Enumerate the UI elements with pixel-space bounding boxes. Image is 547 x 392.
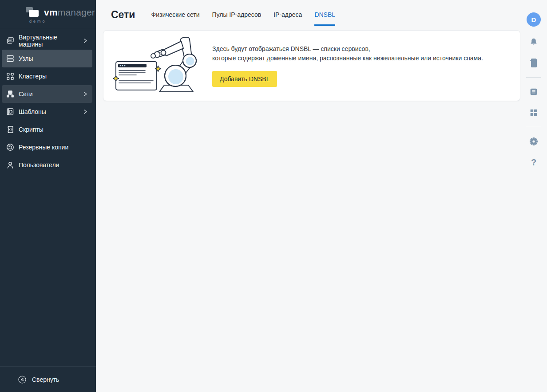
tab-ip-addresses[interactable]: IP-адреса xyxy=(274,11,302,26)
sidebar-item-label: Шаблоны xyxy=(19,108,46,115)
app-logo-subtitle: demo xyxy=(29,19,96,24)
help-icon[interactable]: ? xyxy=(528,157,539,168)
collapse-sidebar-button[interactable]: Свернуть xyxy=(0,366,96,392)
collapse-label: Свернуть xyxy=(32,376,59,383)
right-toolbar: D ? xyxy=(520,0,547,392)
tab-bar: Физические сети Пулы IP-адресов IP-адрес… xyxy=(151,8,336,26)
sidebar-item-label: Пользователи xyxy=(19,161,59,169)
sidebar-item-label: Резервные копии xyxy=(19,144,68,151)
page-title: Сети xyxy=(111,9,135,21)
sidebar-item-backups[interactable]: Резервные копии xyxy=(2,138,92,156)
sidebar-item-label: Скрипты xyxy=(19,126,44,133)
add-dnsbl-button[interactable]: Добавить DNSBL xyxy=(212,71,277,87)
sidebar: vmmanager demo Виртуальные машины Узлы К… xyxy=(0,0,96,392)
sidebar-item-label: Узлы xyxy=(19,55,33,62)
sidebar-item-nodes[interactable]: Узлы xyxy=(2,50,92,67)
clusters-icon xyxy=(6,72,15,81)
sidebar-item-clusters[interactable]: Кластеры xyxy=(2,67,92,85)
empty-state-line2: которые содержат доменные имена, распозн… xyxy=(212,54,483,63)
sidebar-item-users[interactable]: Пользователи xyxy=(2,156,92,174)
scripts-icon xyxy=(6,125,15,134)
empty-state-line1: Здесь будут отображаться DNSBL — списки … xyxy=(212,44,483,54)
sidebar-item-virtual-machines[interactable]: Виртуальные машины xyxy=(2,32,92,50)
templates-icon xyxy=(6,107,15,116)
apps-grid-icon[interactable] xyxy=(528,107,539,118)
help-question-glyph: ? xyxy=(531,157,536,168)
vmmanager-logo-icon xyxy=(26,7,41,18)
chevron-right-icon xyxy=(83,38,88,43)
sidebar-nav: Виртуальные машины Узлы Кластеры Сети xyxy=(0,29,96,366)
bookmarks-icon[interactable] xyxy=(528,58,539,68)
main-content: Сети Физические сети Пулы IP-адресов IP-… xyxy=(96,0,520,392)
settings-gear-icon[interactable] xyxy=(528,136,539,147)
backups-icon xyxy=(6,143,15,152)
users-icon xyxy=(6,161,15,169)
tab-dnsbl[interactable]: DNSBL xyxy=(314,11,335,26)
app-logo: vmmanager demo xyxy=(0,0,96,29)
tab-ip-pools[interactable]: Пулы IP-адресов xyxy=(212,11,261,26)
rail-divider xyxy=(526,77,541,78)
networks-icon xyxy=(6,90,15,98)
sidebar-item-templates[interactable]: Шаблоны xyxy=(2,103,92,121)
collapse-icon xyxy=(18,375,27,384)
documentation-icon[interactable] xyxy=(528,86,539,97)
sidebar-item-label: Сети xyxy=(19,90,33,98)
chevron-right-icon xyxy=(83,109,88,114)
app-logo-text: vmmanager xyxy=(44,7,95,18)
page-header: Сети Физические сети Пулы IP-адресов IP-… xyxy=(96,0,520,26)
sidebar-item-label: Кластеры xyxy=(19,73,47,80)
sidebar-item-scripts[interactable]: Скрипты xyxy=(2,121,92,138)
sidebar-item-label: Виртуальные машины xyxy=(19,34,79,48)
chevron-right-icon xyxy=(83,91,88,97)
virtual-machines-icon xyxy=(6,36,15,45)
empty-state-text: Здесь будут отображаться DNSBL — списки … xyxy=(212,44,483,87)
rail-divider xyxy=(526,127,541,127)
notifications-bell-icon[interactable] xyxy=(528,37,539,47)
nodes-icon xyxy=(6,54,15,63)
dnsbl-empty-state-card: Здесь будут отображаться DNSBL — списки … xyxy=(103,30,520,101)
sidebar-item-networks[interactable]: Сети xyxy=(2,85,92,103)
robot-arm-illustration xyxy=(113,35,200,97)
tab-physical-networks[interactable]: Физические сети xyxy=(151,11,200,26)
user-avatar[interactable]: D xyxy=(527,12,541,27)
